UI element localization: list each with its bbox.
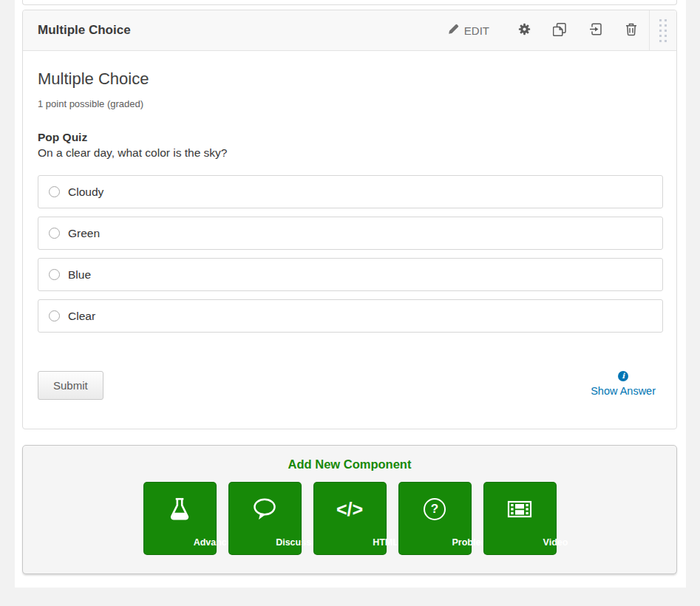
add-problem-button[interactable]: ? Problem bbox=[398, 482, 472, 555]
studio-unit-page: Multiple Choice EDIT bbox=[0, 0, 700, 606]
choice-label: Clear bbox=[68, 310, 95, 323]
drag-handle[interactable] bbox=[649, 10, 676, 50]
flask-icon bbox=[144, 483, 216, 536]
add-html-button[interactable]: </> HTML bbox=[313, 482, 387, 555]
radio-button-icon[interactable] bbox=[49, 186, 60, 197]
info-icon: i bbox=[618, 371, 628, 381]
choice-row[interactable]: Blue bbox=[38, 258, 663, 291]
component-preview: Multiple Choice 1 point possible (graded… bbox=[23, 51, 676, 400]
component-title: Multiple Choice bbox=[38, 23, 131, 38]
add-button-label: Video bbox=[520, 537, 591, 548]
gear-icon bbox=[518, 23, 531, 38]
radio-button-icon[interactable] bbox=[49, 310, 60, 321]
code-icon: </> bbox=[314, 483, 386, 536]
component-toolbar: EDIT bbox=[448, 10, 676, 50]
edit-button[interactable]: EDIT bbox=[448, 24, 489, 37]
points-possible-text: 1 point possible (graded) bbox=[38, 98, 663, 109]
show-answer-link[interactable]: i Show Answer bbox=[591, 371, 656, 397]
pencil-icon bbox=[448, 24, 459, 37]
add-video-button[interactable]: Video bbox=[483, 482, 557, 555]
drag-handle-icon bbox=[659, 19, 667, 42]
show-answer-label: Show Answer bbox=[591, 385, 656, 397]
component-header: Multiple Choice EDIT bbox=[23, 10, 676, 51]
choice-list: Cloudy Green Blue Clear bbox=[38, 175, 663, 333]
choice-label: Blue bbox=[68, 268, 91, 282]
question-title: Pop Quiz bbox=[38, 131, 663, 144]
trash-icon bbox=[625, 22, 638, 38]
previous-component-edge bbox=[22, 0, 677, 5]
choice-row[interactable]: Cloudy bbox=[38, 175, 663, 208]
choice-row[interactable]: Green bbox=[38, 217, 663, 250]
choice-label: Green bbox=[68, 227, 100, 240]
add-new-component-title: Add New Component bbox=[23, 457, 676, 471]
speech-bubble-icon bbox=[229, 483, 301, 536]
film-icon bbox=[484, 483, 556, 536]
radio-button-icon[interactable] bbox=[49, 228, 60, 239]
add-advanced-button[interactable]: Advanced bbox=[143, 482, 217, 555]
question-circle-icon: ? bbox=[399, 483, 471, 536]
edit-button-label: EDIT bbox=[464, 24, 489, 37]
move-icon bbox=[589, 22, 602, 38]
radio-button-icon[interactable] bbox=[49, 269, 60, 280]
choice-label: Cloudy bbox=[68, 185, 103, 199]
add-discussion-button[interactable]: Discussion bbox=[228, 482, 302, 555]
choice-row[interactable]: Clear bbox=[38, 299, 663, 333]
problem-title: Multiple Choice bbox=[38, 69, 663, 89]
question-text: On a clear day, what color is the sky? bbox=[38, 146, 663, 160]
settings-button[interactable] bbox=[507, 10, 542, 50]
component-card: Multiple Choice EDIT bbox=[22, 10, 677, 429]
delete-button[interactable] bbox=[614, 10, 649, 50]
move-button[interactable] bbox=[578, 10, 614, 50]
duplicate-button[interactable] bbox=[542, 10, 578, 50]
duplicate-icon bbox=[553, 22, 567, 39]
add-new-component-panel: Add New Component Advanced bbox=[22, 445, 677, 574]
submit-button[interactable]: Submit bbox=[38, 371, 103, 400]
add-component-buttons: Advanced Discussion </> HTML bbox=[23, 482, 676, 555]
problem-actions: Submit i Show Answer bbox=[38, 371, 663, 400]
